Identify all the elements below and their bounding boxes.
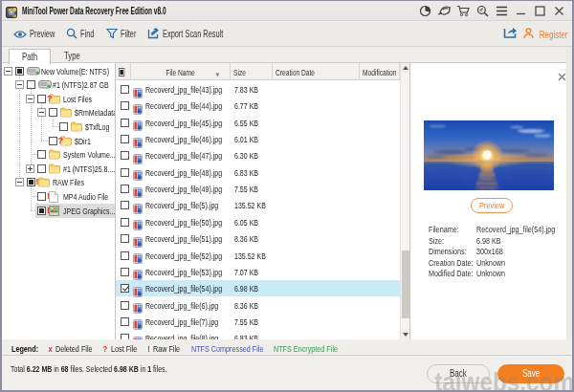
menu-icon[interactable] (492, 1, 511, 21)
register-button[interactable]: Register (523, 26, 564, 43)
file-row[interactable]: Recoverd_jpg_file(50).jpg6.05 KB (116, 214, 400, 230)
minimize-icon[interactable] (511, 1, 530, 21)
toolbar-item-label: Preview (30, 29, 55, 39)
tree-item-1-ntfs-25-8[interactable]: #1 (NTFS)25.8.... (37, 162, 116, 176)
close-icon[interactable] (549, 1, 568, 21)
tree-icon-folder-raw: ! (38, 177, 50, 187)
tree-item-lost-files[interactable]: ?Lost Files (37, 92, 102, 106)
file-row[interactable]: Recoverd_jpg_file(8).jpg6.83 KB (116, 330, 400, 339)
tree-expander-minus[interactable] (4, 67, 12, 76)
file-checkbox[interactable] (121, 284, 129, 293)
column-header-modification[interactable]: Modification (360, 63, 400, 80)
maximize-icon[interactable] (530, 1, 549, 21)
file-row[interactable]: Recoverd_jpg_file(7).jpg7.55 KB (116, 314, 400, 330)
tree-checkbox[interactable] (49, 137, 57, 145)
status-segment: in (139, 364, 147, 374)
key-search-icon[interactable] (473, 1, 492, 21)
file-row[interactable]: Recoverd_jpg_file(5).jpg135.52 KB (116, 197, 400, 213)
tree-item-txflog[interactable]: $TxfLog (59, 120, 116, 134)
file-checkbox[interactable] (121, 119, 129, 127)
tree-checkbox[interactable] (37, 164, 46, 173)
tree-item-rmmetadata[interactable]: $RmMetadata (49, 105, 117, 120)
file-checkbox[interactable] (121, 151, 129, 160)
tree-checkbox[interactable] (59, 122, 68, 131)
column-header-label: File Name (166, 67, 194, 77)
file-checkbox[interactable] (121, 317, 129, 326)
file-row[interactable]: Recoverd_jpg_file(49).jpg7.55 KB (116, 181, 400, 197)
file-row[interactable]: Recoverd_jpg_file(52).jpg135.52 KB (116, 248, 400, 264)
tree-icon-drive (38, 79, 50, 90)
file-row[interactable]: Recoverd_jpg_file(54).jpg6.98 KB (116, 280, 400, 296)
column-header-file-name[interactable]: File Name (131, 63, 231, 80)
tab-type[interactable]: Type (51, 49, 93, 63)
cart-icon[interactable] (453, 1, 473, 21)
scrollbar-thumb[interactable] (402, 250, 409, 318)
header-checkbox-cell[interactable] (116, 63, 131, 80)
file-row[interactable]: Recoverd_jpg_file(48).jpg6.83 KB (116, 164, 400, 181)
file-row[interactable]: Recoverd_jpg_file(53).jpg7.07 KB (116, 264, 400, 280)
file-checkbox[interactable] (121, 85, 129, 94)
tree-expander-plus[interactable] (26, 164, 34, 173)
file-checkbox[interactable] (121, 185, 129, 193)
file-row[interactable]: Recoverd_jpg_file(45).jpg6.55 KB (116, 115, 400, 131)
toolbar-item-find[interactable]: Find (66, 26, 95, 43)
search-icon (66, 26, 77, 43)
file-row[interactable]: Recoverd_jpg_file(43).jpg7.83 KB (116, 81, 400, 98)
tree-expander-minus[interactable] (37, 108, 46, 117)
info-label: Filename: (429, 224, 459, 234)
file-row[interactable]: Recoverd_jpg_file(44).jpg6.77 KB (116, 98, 400, 114)
file-checkbox[interactable] (121, 234, 129, 243)
file-row[interactable]: Recoverd_jpg_file(51).jpg8.36 KB (116, 230, 400, 247)
toolbar-item-preview[interactable]: Preview (13, 26, 55, 43)
tree-item-jpeg-graphics[interactable]: !JPEG Graphics.... (37, 204, 116, 218)
file-row[interactable]: Recoverd_jpg_file(6).jpg8.36 KB (116, 297, 400, 314)
file-checkbox[interactable] (121, 135, 129, 143)
raw-mark: ? (58, 136, 64, 146)
tree-checkbox[interactable] (27, 80, 35, 89)
tree-checkbox[interactable] (37, 150, 46, 159)
share-icon[interactable] (503, 26, 518, 43)
preview-button[interactable]: Preview (471, 198, 513, 213)
file-checkbox[interactable] (121, 334, 129, 339)
tree-expander-minus[interactable] (15, 80, 24, 89)
tree-item-1-ntfs-2-87-gb[interactable]: #1 (NTFS)2.87 GB (27, 77, 117, 92)
column-header-creation-date[interactable]: Creation Date (273, 63, 360, 80)
header-checkbox[interactable] (119, 68, 124, 76)
tree-item-mp4-audio-file[interactable]: !MP4 Audio File (37, 189, 116, 204)
tree-expander-minus[interactable] (15, 178, 24, 186)
tree-expander-minus[interactable] (26, 95, 34, 103)
tree-item-raw-files[interactable]: !RAW Files (27, 175, 96, 189)
toolbar-item-export-scan-result[interactable]: Export Scan Result (147, 26, 223, 43)
tree-item-dir1[interactable]: ?$Dir1 (49, 134, 97, 148)
tree-checkbox[interactable] (37, 95, 46, 103)
tree-checkbox[interactable] (27, 178, 35, 186)
pie-status-icon[interactable] (415, 1, 434, 21)
file-row[interactable]: Recoverd_jpg_file(46).jpg6.01 KB (116, 131, 400, 147)
tree-icon-file-raw: ! (49, 191, 60, 202)
list-scrollbar[interactable] (400, 63, 409, 339)
legend-symbol: ? (103, 343, 108, 354)
dove-icon[interactable] (434, 1, 453, 21)
file-size: 8.36 KB (234, 232, 258, 245)
tree-checkbox[interactable] (37, 192, 46, 201)
file-checkbox[interactable] (121, 201, 129, 209)
column-header-size[interactable]: Size (231, 63, 273, 80)
tree-checkbox[interactable] (49, 108, 57, 117)
file-size: 6.83 KB (234, 332, 258, 339)
file-size: 7.07 KB (234, 266, 258, 278)
file-checkbox[interactable] (121, 301, 129, 310)
file-checkbox[interactable] (121, 251, 129, 260)
tab-path[interactable]: Path (9, 49, 51, 64)
file-checkbox[interactable] (121, 168, 129, 177)
preview-close-icon[interactable] (558, 68, 566, 76)
file-checkbox[interactable] (121, 101, 129, 110)
file-row[interactable]: Recoverd_jpg_file(47).jpg6.30 KB (116, 147, 400, 163)
toolbar-item-filter[interactable]: Filter (106, 26, 137, 43)
tree-item-new-volume-e-ntfs[interactable]: New Volume(E: NTFS) (15, 64, 116, 78)
tree-item-system-volume[interactable]: System Volume.... (37, 147, 116, 162)
tree-checkbox[interactable] (15, 67, 24, 76)
tree-checkbox[interactable] (37, 207, 46, 215)
info-label: Modified Date: (429, 268, 474, 278)
file-checkbox[interactable] (121, 218, 129, 227)
file-checkbox[interactable] (121, 268, 129, 276)
